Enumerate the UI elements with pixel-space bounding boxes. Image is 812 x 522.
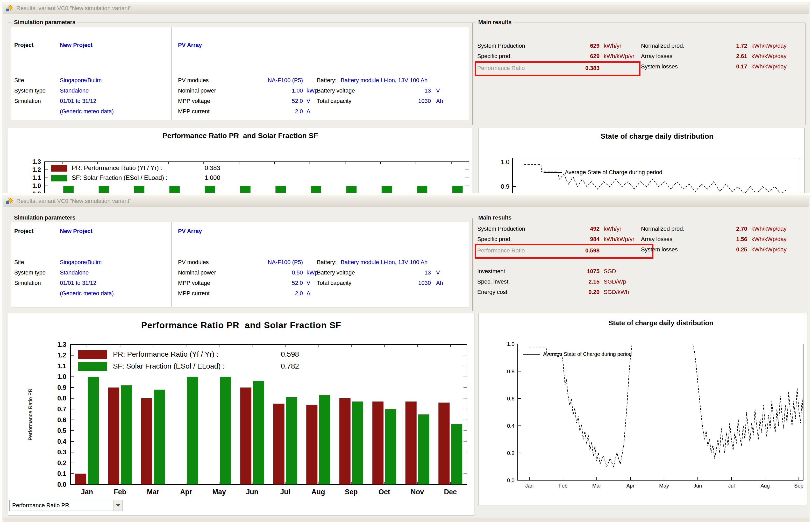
- window-title: Results, variant VC0 "New simulation var…: [16, 198, 131, 204]
- total-capacity-value: 1030: [408, 98, 431, 104]
- simulation-label: Simulation: [14, 98, 41, 104]
- energy-cost-value: 0.20: [563, 289, 600, 296]
- array-losses-label: Array losses: [641, 236, 672, 243]
- spec-invest-value: 2.15: [563, 278, 600, 285]
- performance-ratio-value: 0.598: [563, 247, 600, 254]
- soc-legend: Average State of Charge during period: [544, 169, 662, 176]
- nominal-power-label: Nominal power: [178, 269, 216, 276]
- site-label: Site: [14, 259, 24, 266]
- simulation-note: (Generic meteo data): [60, 108, 114, 115]
- spec-invest-label: Spec. invest.: [477, 278, 510, 285]
- svg-text:Oct: Oct: [378, 488, 390, 496]
- svg-text:Sep: Sep: [794, 483, 804, 488]
- next-section-edge: [3, 518, 809, 522]
- site-value: Singapore/Bulim: [60, 259, 102, 266]
- pvsyst-sun-icon: [6, 5, 13, 12]
- mpp-current-label: MPP current: [178, 290, 210, 297]
- pr-legend-swatch: [78, 350, 107, 359]
- nominal-power-unit: kWp: [307, 87, 318, 94]
- pr-legend-label: PR: Performance Ratio (Yf / Yr) :: [72, 164, 162, 172]
- window-title: Results, variant VC0 "New simulation var…: [16, 5, 131, 12]
- pr-legend-label: PR: Performance Ratio (Yf / Yr) :: [113, 350, 218, 359]
- mpp-voltage-value: 52.0: [256, 280, 303, 286]
- pvsyst-sun-icon: [6, 198, 13, 205]
- sf-legend-swatch: [51, 175, 67, 181]
- performance-ratio-value: 0.383: [563, 65, 600, 72]
- simulation-label: Simulation: [14, 280, 41, 286]
- soc-chart-panel: State of charge daily distribution 1.00.…: [479, 128, 805, 193]
- battery-voltage-label: Battery voltage: [317, 87, 355, 94]
- svg-text:1.0: 1.0: [57, 373, 66, 380]
- mpp-voltage-value: 52.0: [256, 98, 303, 104]
- specific-prod-value: 984: [563, 236, 600, 243]
- chevron-down-icon[interactable]: [113, 500, 123, 510]
- pv-modules-label: PV modules: [178, 259, 209, 266]
- svg-text:Dec: Dec: [444, 488, 457, 496]
- pr-sf-chart-panel: Performance Ratio PR and Solar Fraction …: [8, 313, 474, 516]
- sf-legend-value: 0.782: [281, 362, 299, 370]
- svg-text:Apr: Apr: [626, 483, 634, 488]
- svg-text:Jan: Jan: [81, 488, 93, 496]
- system-type-label: System type: [14, 269, 46, 276]
- results-window-top: Results, variant VC0 "New simulation var…: [3, 2, 809, 193]
- system-production-unit: kWh/yr: [604, 42, 621, 49]
- mpp-current-unit: A: [307, 290, 310, 297]
- mpp-current-unit: A: [307, 108, 310, 115]
- group-caption: Simulation parameters: [12, 19, 78, 26]
- normalized-prod-value: 2.70: [719, 225, 747, 232]
- soc-line-chart: 1.00.80.60.40.20.0JanFebMarAprMayJunJulA…: [479, 313, 807, 505]
- pv-modules-value: NA-F100 (P5): [256, 77, 303, 84]
- svg-text:0.3: 0.3: [57, 448, 66, 456]
- soc-legend-line: [523, 354, 540, 355]
- group-caption: Main results: [476, 214, 514, 221]
- graph-selector-dropdown[interactable]: Performance Ratio PR: [9, 500, 123, 511]
- soc-legend-label: Average State of Charge during period: [543, 351, 632, 357]
- simulation-parameters-group: Simulation parameters Project New Projec…: [8, 23, 473, 125]
- normalized-prod-unit: kWh/kWp/day: [751, 225, 787, 232]
- svg-text:Jul: Jul: [280, 488, 290, 496]
- project-label: Project: [14, 42, 34, 48]
- titlebar[interactable]: Results, variant VC0 "New simulation var…: [3, 2, 809, 14]
- array-losses-value: 2.61: [719, 53, 747, 60]
- svg-text:Sep: Sep: [345, 488, 358, 496]
- specific-prod-label: Specific prod.: [477, 53, 512, 60]
- svg-text:0.0: 0.0: [507, 477, 515, 483]
- total-capacity-value: 1030: [408, 280, 431, 286]
- total-capacity-label: Total capacity: [317, 98, 351, 104]
- normalized-prod-label: Normalized prod.: [641, 225, 685, 232]
- system-production-unit: kWh/yr: [604, 225, 621, 232]
- svg-text:Mar: Mar: [592, 483, 601, 488]
- svg-text:Jun: Jun: [693, 483, 702, 488]
- investment-label: Investment: [477, 268, 505, 275]
- screenshot-root: Results, variant VC0 "New simulation var…: [0, 0, 812, 522]
- system-losses-value: 0.17: [719, 63, 747, 70]
- mpp-voltage-label: MPP voltage: [178, 98, 210, 104]
- normalized-prod-label: Normalized prod.: [641, 42, 685, 49]
- pv-modules-label: PV modules: [178, 77, 209, 84]
- pv-array-title: PV Array: [178, 228, 202, 235]
- sf-legend-value: 1.000: [205, 174, 220, 181]
- sim-params-panel: Project New Project Site Singapore/Bulim…: [11, 222, 469, 307]
- pr-sf-bar-chart: 0.00.10.20.30.40.50.60.70.80.91.01.11.21…: [8, 313, 474, 516]
- svg-text:0.7: 0.7: [57, 405, 66, 413]
- system-losses-unit: kWh/kWp/day: [751, 246, 787, 253]
- svg-text:0.8: 0.8: [57, 395, 66, 402]
- site-value: Singapore/Bulim: [60, 77, 102, 84]
- svg-text:Jan: Jan: [525, 483, 534, 488]
- svg-text:0.6: 0.6: [507, 396, 515, 401]
- simulation-value: 01/01 to 31/12: [60, 98, 97, 104]
- investment-unit: SGD: [604, 268, 616, 275]
- svg-text:0.2: 0.2: [507, 450, 515, 456]
- svg-text:0.4: 0.4: [57, 438, 66, 445]
- svg-text:0.5: 0.5: [57, 427, 66, 434]
- battery-label: Battery:: [317, 259, 337, 266]
- array-losses-unit: kWh/kWp/day: [751, 236, 787, 243]
- system-production-value: 629: [563, 42, 600, 49]
- svg-text:1.3: 1.3: [57, 341, 66, 348]
- system-losses-value: 0.25: [719, 246, 747, 253]
- energy-cost-unit: SGD/kWh: [604, 289, 629, 296]
- titlebar[interactable]: Results, variant VC0 "New simulation var…: [3, 195, 809, 207]
- performance-ratio-label: Performance Ratio: [477, 65, 525, 72]
- total-capacity-unit: Ah: [436, 98, 443, 104]
- svg-text:0.4: 0.4: [507, 423, 515, 429]
